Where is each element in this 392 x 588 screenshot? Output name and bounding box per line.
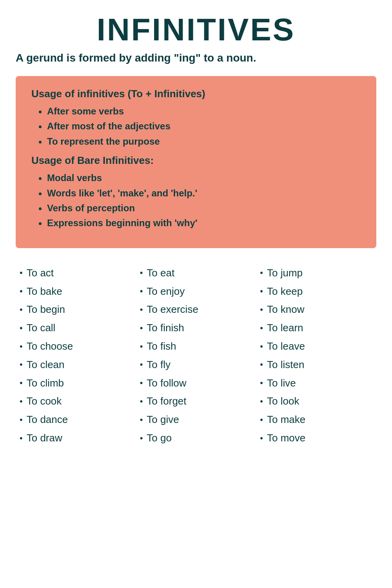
- list-item: To go: [140, 429, 252, 447]
- list-item: To act: [20, 264, 132, 282]
- list-item: To finish: [140, 319, 252, 337]
- to-infinitives-title: Usage of infinitives (To + Infinitives): [31, 88, 361, 100]
- list-item: To live: [260, 374, 372, 392]
- list-item: To bake: [20, 282, 132, 301]
- list-item: To listen: [260, 356, 372, 374]
- page-title: INFINITIVES: [97, 12, 295, 48]
- list-item: To fly: [140, 356, 252, 374]
- list-item: To fish: [140, 337, 252, 356]
- info-box: Usage of infinitives (To + Infinitives) …: [16, 76, 376, 248]
- words-column-3: To jump To keep To know To learn To leav…: [256, 264, 376, 447]
- list-item: To follow: [140, 374, 252, 392]
- list-item: To begin: [20, 300, 132, 319]
- list-item: Words like 'let', 'make', and 'help.': [47, 186, 361, 201]
- bare-infinitives-title: Usage of Bare Infinitives:: [31, 154, 361, 167]
- list-item: To learn: [260, 319, 372, 337]
- list-item: After some verbs: [47, 104, 361, 119]
- list-item: To give: [140, 410, 252, 429]
- list-item: Modal verbs: [47, 171, 361, 185]
- words-column-2: To eat To enjoy To exercise To finish To…: [136, 264, 256, 447]
- list-item: To look: [260, 392, 372, 410]
- list-item: To leave: [260, 337, 372, 356]
- list-item: To dance: [20, 410, 132, 429]
- list-item: To draw: [20, 429, 132, 447]
- list-item: To know: [260, 300, 372, 319]
- list-item: To clean: [20, 356, 132, 374]
- list-item: To eat: [140, 264, 252, 282]
- list-item: After most of the adjectives: [47, 119, 361, 134]
- list-item: To choose: [20, 337, 132, 356]
- bare-infinitives-list: Modal verbs Words like 'let', 'make', an…: [31, 171, 361, 231]
- list-item: To forget: [140, 392, 252, 410]
- list-item: To climb: [20, 374, 132, 392]
- list-item: Verbs of perception: [47, 201, 361, 216]
- list-item: To make: [260, 410, 372, 429]
- subtitle: A gerund is formed by adding "ing" to a …: [16, 52, 376, 64]
- to-infinitives-list: After some verbs After most of the adjec…: [31, 104, 361, 149]
- list-item: To cook: [20, 392, 132, 410]
- words-section: To act To bake To begin To call To choos…: [16, 260, 376, 451]
- page-wrapper: INFINITIVES A gerund is formed by adding…: [0, 0, 392, 588]
- words-column-1: To act To bake To begin To call To choos…: [16, 264, 136, 447]
- list-item: To call: [20, 319, 132, 337]
- list-item: To jump: [260, 264, 372, 282]
- list-item: To move: [260, 429, 372, 447]
- list-item: Expressions beginning with 'why': [47, 216, 361, 230]
- list-item: To enjoy: [140, 282, 252, 301]
- list-item: To represent the purpose: [47, 134, 361, 149]
- list-item: To exercise: [140, 300, 252, 319]
- list-item: To keep: [260, 282, 372, 301]
